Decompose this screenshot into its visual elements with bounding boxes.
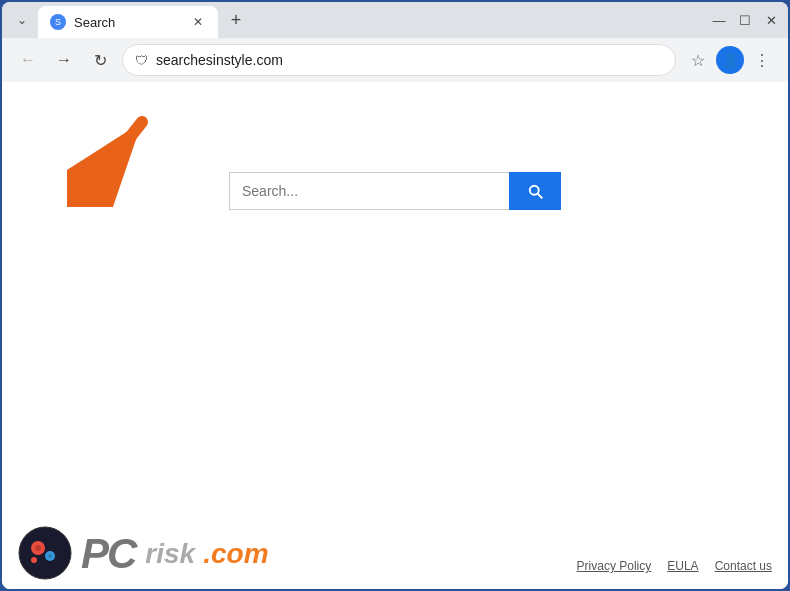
- menu-icon: ⋮: [754, 51, 770, 70]
- minimize-button[interactable]: —: [710, 11, 728, 29]
- svg-point-6: [48, 554, 52, 558]
- window-controls: — ☐ ✕: [710, 11, 780, 29]
- profile-button[interactable]: 👤: [716, 46, 744, 74]
- search-icon: [526, 182, 544, 200]
- footer-brand: PC risk .com: [18, 526, 269, 581]
- new-tab-button[interactable]: +: [222, 6, 250, 34]
- plus-icon: +: [231, 10, 242, 31]
- reload-button[interactable]: ↻: [86, 46, 114, 74]
- page-content: PC risk .com Privacy Policy EULA Contact…: [2, 82, 788, 589]
- forward-button[interactable]: →: [50, 46, 78, 74]
- reload-icon: ↻: [94, 51, 107, 70]
- profile-icon: 👤: [722, 52, 739, 68]
- brand-com-text: .com: [203, 538, 268, 570]
- search-container: [229, 172, 561, 210]
- address-text: searchesinstyle.com: [156, 52, 663, 68]
- forward-icon: →: [56, 51, 72, 69]
- back-button[interactable]: ←: [14, 46, 42, 74]
- bookmark-button[interactable]: ☆: [684, 46, 712, 74]
- back-icon: ←: [20, 51, 36, 69]
- eula-link[interactable]: EULA: [667, 559, 698, 573]
- footer-links: Privacy Policy EULA Contact us: [577, 559, 772, 581]
- title-bar: ⌄ S Search ✕ + — ☐ ✕: [2, 2, 788, 38]
- contact-us-link[interactable]: Contact us: [715, 559, 772, 573]
- search-button[interactable]: [509, 172, 561, 210]
- star-icon: ☆: [691, 51, 705, 70]
- arrow-annotation: [67, 107, 187, 207]
- close-button[interactable]: ✕: [762, 11, 780, 29]
- svg-point-2: [19, 527, 71, 579]
- nav-right-buttons: ☆ 👤 ⋮: [684, 46, 776, 74]
- svg-line-1: [87, 122, 142, 192]
- menu-button[interactable]: ⋮: [748, 46, 776, 74]
- brand-risk-text: risk: [145, 538, 195, 570]
- tab-title: Search: [74, 15, 182, 30]
- maximize-button[interactable]: ☐: [736, 11, 754, 29]
- security-icon: 🛡: [135, 53, 148, 68]
- chevron-down-icon: ⌄: [17, 13, 27, 27]
- tab-close-button[interactable]: ✕: [190, 14, 206, 30]
- pcrisk-logo-icon: [18, 526, 73, 581]
- browser-window: ⌄ S Search ✕ + — ☐ ✕ ← → ↻: [2, 2, 788, 589]
- svg-point-7: [31, 557, 37, 563]
- brand-pc-text: PC: [81, 530, 135, 578]
- privacy-policy-link[interactable]: Privacy Policy: [577, 559, 652, 573]
- address-bar[interactable]: 🛡 searchesinstyle.com: [122, 44, 676, 76]
- search-input[interactable]: [229, 172, 509, 210]
- active-tab[interactable]: S Search ✕: [38, 6, 218, 38]
- tab-bar-left: ⌄: [10, 8, 34, 32]
- tab-dropdown-button[interactable]: ⌄: [10, 8, 34, 32]
- tab-favicon: S: [50, 14, 66, 30]
- page-footer: PC risk .com Privacy Policy EULA Contact…: [2, 509, 788, 589]
- svg-point-4: [35, 545, 41, 551]
- navigation-bar: ← → ↻ 🛡 searchesinstyle.com ☆ 👤 ⋮: [2, 38, 788, 82]
